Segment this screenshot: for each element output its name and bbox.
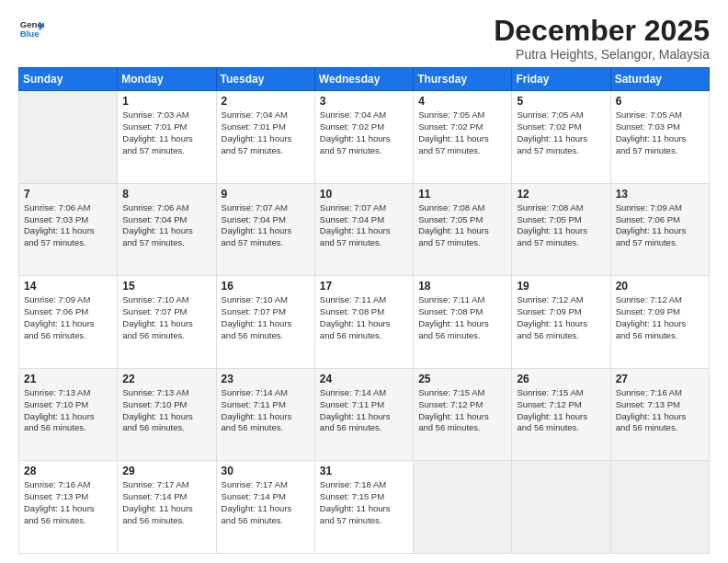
- header-day-wednesday: Wednesday: [314, 68, 413, 91]
- day-number: 11: [418, 188, 506, 201]
- day-number: 6: [616, 95, 704, 108]
- calendar-cell: 1Sunrise: 7:03 AM Sunset: 7:01 PM Daylig…: [118, 91, 216, 184]
- week-row-2: 7Sunrise: 7:06 AM Sunset: 7:03 PM Daylig…: [19, 183, 710, 276]
- calendar-cell: 26Sunrise: 7:15 AM Sunset: 7:12 PM Dayli…: [512, 368, 610, 461]
- cell-info: Sunrise: 7:15 AM Sunset: 7:12 PM Dayligh…: [418, 387, 506, 434]
- cell-info: Sunrise: 7:08 AM Sunset: 7:05 PM Dayligh…: [517, 202, 605, 249]
- calendar-cell: 5Sunrise: 7:05 AM Sunset: 7:02 PM Daylig…: [512, 91, 610, 184]
- week-row-1: 1Sunrise: 7:03 AM Sunset: 7:01 PM Daylig…: [19, 91, 710, 184]
- calendar-cell: 13Sunrise: 7:09 AM Sunset: 7:06 PM Dayli…: [610, 183, 709, 276]
- calendar-cell: 9Sunrise: 7:07 AM Sunset: 7:04 PM Daylig…: [216, 183, 314, 276]
- cell-info: Sunrise: 7:11 AM Sunset: 7:08 PM Dayligh…: [418, 294, 506, 341]
- header-day-sunday: Sunday: [19, 68, 118, 91]
- calendar-cell: 3Sunrise: 7:04 AM Sunset: 7:02 PM Daylig…: [314, 91, 413, 184]
- calendar-cell: 8Sunrise: 7:06 AM Sunset: 7:04 PM Daylig…: [118, 183, 216, 276]
- svg-text:Blue: Blue: [20, 29, 40, 39]
- day-number: 1: [122, 95, 210, 108]
- day-number: 26: [517, 373, 605, 385]
- day-number: 2: [222, 95, 310, 108]
- day-number: 24: [320, 373, 408, 385]
- header-day-monday: Monday: [118, 68, 216, 91]
- calendar-cell: 6Sunrise: 7:05 AM Sunset: 7:03 PM Daylig…: [610, 91, 709, 184]
- calendar-cell: 2Sunrise: 7:04 AM Sunset: 7:01 PM Daylig…: [216, 91, 314, 184]
- cell-info: Sunrise: 7:14 AM Sunset: 7:11 PM Dayligh…: [222, 387, 310, 434]
- calendar-cell: 15Sunrise: 7:10 AM Sunset: 7:07 PM Dayli…: [118, 276, 216, 369]
- week-row-3: 14Sunrise: 7:09 AM Sunset: 7:06 PM Dayli…: [19, 276, 710, 369]
- main-title: December 2025: [494, 15, 710, 47]
- calendar: SundayMondayTuesdayWednesdayThursdayFrid…: [18, 67, 710, 554]
- day-number: 18: [418, 280, 506, 293]
- day-number: 9: [222, 188, 310, 201]
- cell-info: Sunrise: 7:07 AM Sunset: 7:04 PM Dayligh…: [320, 202, 408, 249]
- calendar-cell: 17Sunrise: 7:11 AM Sunset: 7:08 PM Dayli…: [314, 276, 413, 369]
- day-number: 8: [122, 188, 210, 201]
- cell-info: Sunrise: 7:09 AM Sunset: 7:06 PM Dayligh…: [616, 202, 704, 249]
- day-number: 4: [418, 95, 506, 108]
- cell-info: Sunrise: 7:07 AM Sunset: 7:04 PM Dayligh…: [222, 202, 310, 249]
- day-number: 19: [517, 280, 605, 293]
- cell-info: Sunrise: 7:12 AM Sunset: 7:09 PM Dayligh…: [517, 294, 605, 341]
- calendar-cell: 22Sunrise: 7:13 AM Sunset: 7:10 PM Dayli…: [118, 368, 216, 461]
- calendar-cell: 21Sunrise: 7:13 AM Sunset: 7:10 PM Dayli…: [19, 368, 118, 461]
- calendar-cell: [512, 461, 610, 554]
- cell-info: Sunrise: 7:11 AM Sunset: 7:08 PM Dayligh…: [320, 294, 408, 341]
- day-number: 3: [320, 95, 408, 108]
- cell-info: Sunrise: 7:05 AM Sunset: 7:03 PM Dayligh…: [616, 109, 704, 156]
- calendar-cell: 20Sunrise: 7:12 AM Sunset: 7:09 PM Dayli…: [610, 276, 709, 369]
- header-day-thursday: Thursday: [414, 68, 512, 91]
- calendar-cell: 30Sunrise: 7:17 AM Sunset: 7:14 PM Dayli…: [216, 461, 314, 554]
- cell-info: Sunrise: 7:18 AM Sunset: 7:15 PM Dayligh…: [320, 479, 408, 526]
- calendar-cell: 25Sunrise: 7:15 AM Sunset: 7:12 PM Dayli…: [414, 368, 512, 461]
- cell-info: Sunrise: 7:03 AM Sunset: 7:01 PM Dayligh…: [122, 109, 210, 156]
- calendar-header-row: SundayMondayTuesdayWednesdayThursdayFrid…: [19, 68, 710, 91]
- day-number: 27: [616, 373, 704, 385]
- calendar-cell: [414, 461, 512, 554]
- cell-info: Sunrise: 7:05 AM Sunset: 7:02 PM Dayligh…: [517, 109, 605, 156]
- cell-info: Sunrise: 7:04 AM Sunset: 7:01 PM Dayligh…: [222, 109, 310, 156]
- day-number: 13: [616, 188, 704, 201]
- day-number: 21: [24, 373, 112, 385]
- day-number: 7: [24, 188, 112, 201]
- day-number: 15: [122, 280, 210, 293]
- cell-info: Sunrise: 7:17 AM Sunset: 7:14 PM Dayligh…: [222, 479, 310, 526]
- page: General Blue December 2025 Putra Heights…: [0, 0, 728, 563]
- week-row-5: 28Sunrise: 7:16 AM Sunset: 7:13 PM Dayli…: [19, 461, 710, 554]
- day-number: 25: [418, 373, 506, 385]
- header-day-tuesday: Tuesday: [216, 68, 314, 91]
- cell-info: Sunrise: 7:15 AM Sunset: 7:12 PM Dayligh…: [517, 387, 605, 434]
- day-number: 14: [24, 280, 112, 293]
- calendar-cell: 24Sunrise: 7:14 AM Sunset: 7:11 PM Dayli…: [314, 368, 413, 461]
- day-number: 28: [24, 465, 112, 477]
- header-day-saturday: Saturday: [610, 68, 709, 91]
- logo: General Blue: [18, 15, 44, 40]
- day-number: 23: [222, 373, 310, 385]
- cell-info: Sunrise: 7:16 AM Sunset: 7:13 PM Dayligh…: [616, 387, 704, 434]
- day-number: 29: [122, 465, 210, 477]
- title-block: December 2025 Putra Heights, Selangor, M…: [494, 15, 710, 62]
- cell-info: Sunrise: 7:10 AM Sunset: 7:07 PM Dayligh…: [122, 294, 210, 341]
- cell-info: Sunrise: 7:04 AM Sunset: 7:02 PM Dayligh…: [320, 109, 408, 156]
- calendar-cell: 31Sunrise: 7:18 AM Sunset: 7:15 PM Dayli…: [314, 461, 413, 554]
- cell-info: Sunrise: 7:14 AM Sunset: 7:11 PM Dayligh…: [320, 387, 408, 434]
- cell-info: Sunrise: 7:13 AM Sunset: 7:10 PM Dayligh…: [24, 387, 112, 434]
- calendar-cell: 7Sunrise: 7:06 AM Sunset: 7:03 PM Daylig…: [19, 183, 118, 276]
- cell-info: Sunrise: 7:16 AM Sunset: 7:13 PM Dayligh…: [24, 479, 112, 526]
- cell-info: Sunrise: 7:06 AM Sunset: 7:04 PM Dayligh…: [122, 202, 210, 249]
- cell-info: Sunrise: 7:10 AM Sunset: 7:07 PM Dayligh…: [222, 294, 310, 341]
- calendar-cell: 27Sunrise: 7:16 AM Sunset: 7:13 PM Dayli…: [610, 368, 709, 461]
- week-row-4: 21Sunrise: 7:13 AM Sunset: 7:10 PM Dayli…: [19, 368, 710, 461]
- logo-icon: General Blue: [18, 15, 44, 40]
- header: General Blue December 2025 Putra Heights…: [18, 15, 710, 62]
- cell-info: Sunrise: 7:12 AM Sunset: 7:09 PM Dayligh…: [616, 294, 704, 341]
- cell-info: Sunrise: 7:08 AM Sunset: 7:05 PM Dayligh…: [418, 202, 506, 249]
- calendar-cell: 23Sunrise: 7:14 AM Sunset: 7:11 PM Dayli…: [216, 368, 314, 461]
- day-number: 31: [320, 465, 408, 477]
- calendar-cell: [19, 91, 118, 184]
- day-number: 5: [517, 95, 605, 108]
- cell-info: Sunrise: 7:17 AM Sunset: 7:14 PM Dayligh…: [122, 479, 210, 526]
- cell-info: Sunrise: 7:05 AM Sunset: 7:02 PM Dayligh…: [418, 109, 506, 156]
- day-number: 30: [222, 465, 310, 477]
- subtitle: Putra Heights, Selangor, Malaysia: [494, 47, 710, 62]
- calendar-cell: 11Sunrise: 7:08 AM Sunset: 7:05 PM Dayli…: [414, 183, 512, 276]
- calendar-cell: [610, 461, 709, 554]
